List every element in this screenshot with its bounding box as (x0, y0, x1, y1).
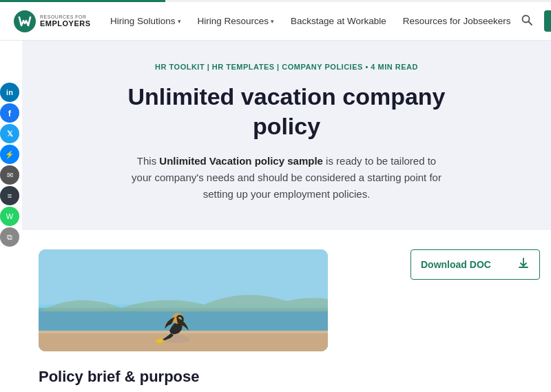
beach-illustration (39, 249, 328, 351)
logo-text: RESOURCES FOR EMPLOYERS (40, 14, 91, 28)
content-right: Download DOC (397, 249, 534, 392)
svg-rect-4 (39, 249, 328, 305)
search-icon (521, 14, 533, 26)
social-whatsapp-button[interactable]: W (0, 207, 19, 226)
search-button[interactable] (518, 11, 536, 32)
chevron-down-icon: ▾ (271, 18, 274, 25)
nav-item-hiring-solutions[interactable]: Hiring Solutions ▾ (103, 12, 188, 30)
logo-resources-label: RESOURCES FOR (40, 14, 91, 20)
workable-logo-icon (14, 10, 36, 32)
social-facebook-button[interactable]: f (0, 103, 19, 123)
content-left: Policy brief & purpose Our unlimited vac… (39, 249, 397, 392)
social-sidebar: in f 𝕏 ⚡ ✉ ≡ W ⧉ (0, 83, 19, 247)
social-email-button[interactable]: ✉ (0, 165, 19, 185)
nav-item-backstage[interactable]: Backstage at Workable (284, 12, 393, 30)
breadcrumb: HR TOOLKIT | HR TEMPLATES | COMPANY POLI… (50, 63, 523, 71)
page-title: Unlimited vacation company policy (121, 82, 452, 141)
svg-point-0 (14, 10, 36, 32)
main-nav: Hiring Solutions ▾ Hiring Resources ▾ Ba… (103, 12, 518, 30)
social-messenger-button[interactable]: ⚡ (0, 145, 19, 164)
article-section-title: Policy brief & purpose (39, 368, 397, 386)
social-buffer-button[interactable]: ≡ (0, 186, 19, 205)
logo-area[interactable]: RESOURCES FOR EMPLOYERS (14, 10, 103, 32)
nav-item-hiring-resources[interactable]: Hiring Resources ▾ (191, 12, 282, 30)
try-workable-button[interactable]: Try Workable › (544, 10, 552, 32)
social-copy-button[interactable]: ⧉ (0, 227, 19, 247)
download-icon (517, 257, 530, 272)
main-content: Policy brief & purpose Our unlimited vac… (22, 230, 551, 392)
header-right: Try Workable › (518, 10, 552, 32)
download-doc-button[interactable]: Download DOC (410, 249, 540, 280)
social-linkedin-button[interactable]: in (0, 83, 19, 102)
hero-section: HR TOOLKIT | HR TEMPLATES | COMPANY POLI… (22, 41, 551, 230)
header: RESOURCES FOR EMPLOYERS Hiring Solutions… (0, 2, 551, 41)
hero-description: This Unlimited Vacation policy sample is… (128, 153, 445, 203)
social-twitter-button[interactable]: 𝕏 (0, 124, 19, 143)
svg-line-2 (528, 21, 532, 25)
logo-employers-label: EMPLOYERS (40, 19, 91, 28)
nav-item-jobseekers[interactable]: Resources for Jobseekers (396, 12, 518, 30)
article-image (39, 249, 328, 351)
chevron-down-icon: ▾ (178, 18, 181, 25)
